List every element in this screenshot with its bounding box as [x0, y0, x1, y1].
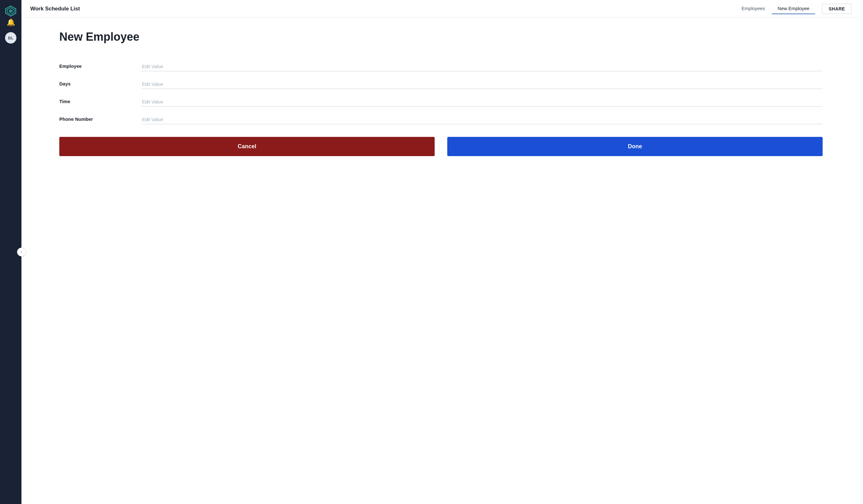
- label-employee: Employee: [59, 63, 129, 71]
- phone-input[interactable]: [141, 115, 823, 124]
- main-area: Work Schedule List Employees New Employe…: [22, 0, 861, 504]
- phone-input-wrap: [141, 115, 823, 124]
- topbar: Work Schedule List Employees New Employe…: [22, 0, 861, 18]
- days-input-wrap: [141, 79, 823, 89]
- chevron-left-icon: ‹: [21, 250, 22, 254]
- scrollbar-track: [861, 0, 863, 504]
- topbar-nav: Employees New Employee SHARE: [736, 3, 852, 14]
- employee-input[interactable]: [141, 62, 823, 71]
- tab-employees[interactable]: Employees: [736, 3, 771, 14]
- app-logo[interactable]: [5, 5, 17, 18]
- sidebar: ‹ 🔔 BL: [0, 0, 22, 504]
- action-row: Cancel Done: [59, 137, 823, 156]
- form-row-time: Time: [59, 91, 823, 109]
- avatar[interactable]: BL: [5, 32, 16, 43]
- share-button[interactable]: SHARE: [822, 4, 852, 14]
- time-input[interactable]: [141, 97, 823, 106]
- done-button[interactable]: Done: [447, 137, 823, 156]
- form-row-employee: Employee: [59, 56, 823, 74]
- time-input-wrap: [141, 97, 823, 106]
- page-content: New Employee Employee Days Time: [22, 18, 861, 504]
- cancel-button[interactable]: Cancel: [59, 137, 435, 156]
- form-row-phone: Phone Number: [59, 109, 823, 127]
- svg-marker-2: [9, 9, 13, 13]
- label-phone: Phone Number: [59, 116, 129, 124]
- label-days: Days: [59, 81, 129, 89]
- new-employee-form: Employee Days Time Phon: [59, 56, 823, 156]
- employee-input-wrap: [141, 62, 823, 71]
- notification-icon[interactable]: 🔔: [7, 18, 15, 26]
- form-row-days: Days: [59, 74, 823, 91]
- app-title: Work Schedule List: [30, 6, 80, 12]
- days-input[interactable]: [141, 79, 823, 89]
- tab-new-employee[interactable]: New Employee: [772, 3, 815, 14]
- sidebar-collapse-button[interactable]: ‹: [17, 248, 26, 256]
- page-title: New Employee: [59, 30, 823, 43]
- label-time: Time: [59, 99, 129, 106]
